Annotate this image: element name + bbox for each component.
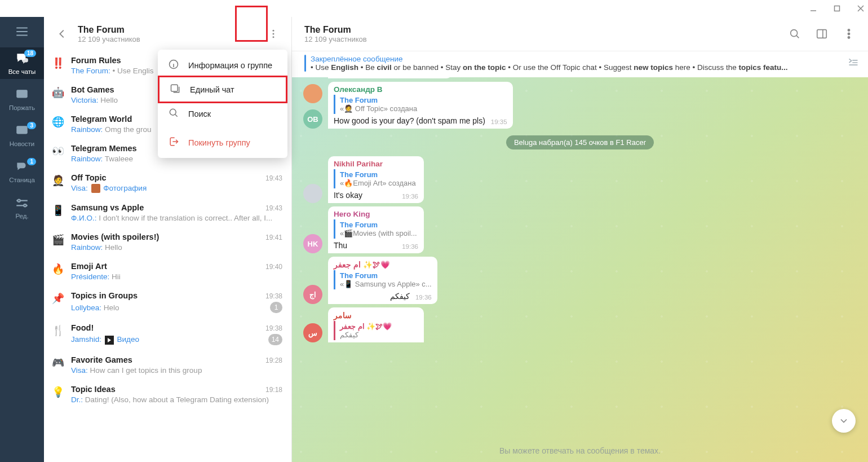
message-author[interactable]: Hero King (334, 210, 418, 218)
reply-text: «🔥Emoji Art» создана (340, 179, 418, 187)
search-icon[interactable] (785, 24, 805, 44)
avatar[interactable]: اج (303, 285, 322, 304)
topic-icon: 💡 (52, 386, 64, 398)
topic-icon: 📱 (52, 204, 64, 217)
menu-info[interactable]: Информация о группе (158, 53, 287, 77)
topic-name: Samsung vs Apple (71, 203, 144, 212)
context-menu[interactable]: Информация о группеЕдиный чатПоискПокину… (158, 50, 287, 158)
menu-leave[interactable]: Покинуть группу (158, 130, 287, 155)
message-row[interactable]: Nikhil PariharThe Forum«🔥Emoji Art» созд… (303, 156, 857, 203)
chat-title[interactable]: The Forum (304, 25, 367, 35)
rail-item-fun[interactable]: Поржать (0, 83, 44, 115)
reply-title: The Forum (340, 96, 507, 104)
topic-time: 19:43 (265, 174, 282, 182)
menu-search[interactable]: Поиск (158, 102, 287, 126)
message-author[interactable]: ام جعفر ✨🕊💗 (334, 260, 432, 269)
topic-preview: Helo (101, 303, 119, 312)
topic-name: Topic Ideas (71, 385, 116, 394)
topic-sender: Présidente: (71, 272, 109, 281)
rail-item-page[interactable]: Станица1 (0, 156, 44, 187)
rail-item-news[interactable]: Новости3 (0, 120, 44, 151)
topic-name: Off Topic (71, 173, 107, 182)
window-titlebar (0, 0, 868, 17)
topic-icon: 🎬 (52, 234, 64, 246)
message-text: كيفكم19:36 (334, 292, 432, 301)
message-row[interactable]: ОВОлександр ВThe Forum«🤵 Off Topic» созд… (303, 82, 857, 129)
topic-sender: Visa: (71, 184, 88, 192)
menu-single[interactable]: Единый чат (158, 76, 287, 103)
pinned-text: • Use English • Be civil or be banned • … (311, 63, 838, 72)
message-author[interactable]: Nikhil Parihar (334, 160, 418, 168)
topic-icon: 📌 (52, 292, 64, 305)
message-time: 19:36 (402, 243, 418, 250)
topic-icon: 🎮 (52, 357, 64, 369)
topic-row[interactable]: 🍴Food!19:38Jamshid: Видео14 (44, 318, 291, 350)
topic-sender: Lollybea: (71, 303, 101, 312)
topic-row[interactable]: 🤵Off Topic19:43Visa: Фотография (44, 168, 291, 198)
svg-point-13 (848, 37, 849, 38)
rail-item-edit[interactable]: Ред. (0, 192, 44, 223)
topic-name: Telegram World (71, 115, 132, 124)
reply-text: «🎬Movies (with spoil... (340, 229, 418, 237)
pinned-title: Закреплённое сообщение (311, 55, 838, 63)
topic-time: 19:40 (265, 263, 282, 271)
leave-icon (168, 136, 179, 149)
reply-title: The Forum (340, 271, 432, 280)
service-message[interactable]: Beluga набрал(а) 145 очков в F1 Racer (506, 135, 654, 149)
topic-time: 19:41 (265, 234, 282, 241)
message-text: It's okay19:36 (334, 191, 418, 200)
topic-row[interactable]: 🔥Emoji Art19:40Présidente: Hii (44, 257, 291, 286)
svg-point-4 (273, 33, 274, 35)
topic-row[interactable]: 📌Topics in Groups19:38Lollybea: Helo1 (44, 286, 291, 318)
window-maximize[interactable] (833, 5, 841, 12)
rail-item-all[interactable]: Все чаты18 (0, 47, 44, 79)
message-row[interactable]: سسامرام جعفر ✨🕊💗كيفكم (303, 307, 857, 342)
topic-row[interactable]: 💡Topic Ideas19:18Dr.: Dating! (Also, how… (44, 380, 291, 409)
topic-preview: Фотография (88, 184, 147, 192)
menu-label: Покинуть группу (188, 138, 250, 147)
pin-list-icon[interactable] (848, 57, 859, 71)
chat-header: The Forum 12 109 участников (292, 17, 868, 51)
avatar[interactable]: س (303, 323, 322, 342)
pinned-message[interactable]: Закреплённое сообщение • Use English • B… (292, 51, 868, 77)
topic-name: Telegram Memes (71, 144, 137, 153)
sidepanel-icon[interactable] (812, 24, 832, 44)
rail-item-menu[interactable] (0, 20, 44, 43)
message-area[interactable]: ОВОлександр ВThe Forum«🤵 Off Topic» созд… (292, 77, 868, 462)
back-button[interactable] (52, 24, 72, 44)
pinned-indicator (304, 55, 306, 72)
topic-preview: Omg the grou (103, 125, 151, 134)
more-icon[interactable] (839, 24, 859, 44)
topic-row[interactable]: 🎬Movies (with spoilers!)19:41Rainbow: He… (44, 227, 291, 257)
message-row[interactable]: HKHero KingThe Forum«🎬Movies (with spoil… (303, 206, 857, 253)
svg-point-2 (24, 204, 26, 206)
topic-row[interactable]: 📱Samsung vs Apple19:43Ф.И.О.: I don't kn… (44, 198, 291, 227)
topic-icon: ‼️ (52, 57, 64, 69)
menu-label: Поиск (188, 109, 211, 118)
chat-subtitle: 12 109 участников (304, 35, 367, 43)
topic-icon: 🔥 (52, 263, 64, 275)
scroll-down-button[interactable] (832, 409, 856, 433)
message-author[interactable]: سامر (334, 311, 418, 320)
more-button-left[interactable] (263, 24, 284, 44)
topic-sender: Rainbow: (71, 125, 103, 134)
avatar (303, 84, 322, 103)
svg-rect-10 (817, 30, 827, 38)
window-minimize[interactable] (809, 5, 817, 12)
reply-hint: Вы можете отвечать на сообщения в темах. (292, 446, 868, 455)
svg-point-9 (791, 30, 798, 37)
svg-point-12 (848, 33, 849, 34)
topic-icon: 🌐 (52, 116, 64, 128)
topic-sender: Jamshid: (71, 335, 101, 344)
merge-icon (170, 83, 181, 96)
avatar[interactable]: HK (303, 234, 322, 253)
window-close[interactable] (857, 5, 865, 12)
avatar[interactable]: ОВ (303, 109, 322, 129)
svg-point-1 (17, 200, 20, 202)
reply-title: The Forum (340, 170, 418, 179)
message-author[interactable]: Олександр В (334, 85, 507, 94)
message-row[interactable]: اجام جعفر ✨🕊💗The Forum«📱 Samsung vs Appl… (303, 257, 857, 304)
topic-row[interactable]: 🎮Favorite Games19:28Visa: How can I get … (44, 350, 291, 380)
avatar[interactable] (303, 184, 322, 203)
topic-preview: I don't know if the translation is corre… (96, 214, 272, 222)
